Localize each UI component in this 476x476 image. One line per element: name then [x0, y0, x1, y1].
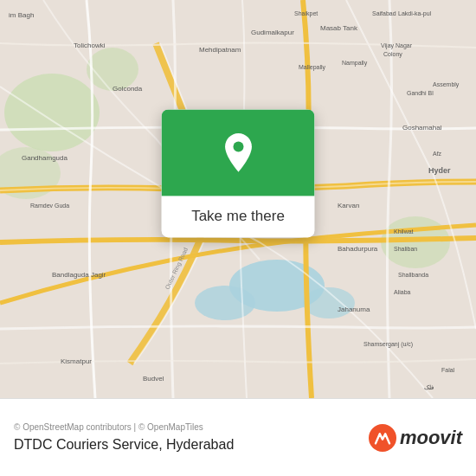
location-pin-icon [217, 132, 259, 173]
map-container: Gandhamguda Ramdev Guda Golconda Tolicho… [0, 0, 476, 398]
svg-text:Colony: Colony [383, 51, 402, 58]
svg-text:Goshamahal: Goshamahal [402, 124, 442, 132]
svg-text:Nampally: Nampally [342, 60, 368, 67]
svg-text:Falal: Falal [441, 367, 455, 373]
info-left: © OpenStreetMap contributors | © OpenMap… [14, 422, 234, 453]
svg-text:Hyder: Hyder [428, 166, 451, 175]
svg-text:Ramdev Guda: Ramdev Guda [30, 203, 69, 209]
svg-text:Gudimalkapur: Gudimalkapur [251, 29, 294, 36]
svg-text:Karvan: Karvan [338, 202, 359, 209]
moovit-icon [369, 424, 396, 452]
svg-text:Golconda: Golconda [113, 85, 143, 93]
svg-text:im Bagh: im Bagh [9, 11, 34, 19]
svg-text:Jahanuma: Jahanuma [338, 306, 370, 313]
svg-text:Shallbanda: Shallbanda [398, 272, 428, 278]
svg-text:Khilwat: Khilwat [394, 228, 414, 235]
svg-text:Gandhamguda: Gandhamguda [22, 154, 68, 162]
info-bar: © OpenStreetMap contributors | © OpenMap… [0, 398, 476, 476]
svg-point-42 [233, 142, 243, 152]
svg-text:Mehdipatnam: Mehdipatnam [199, 46, 241, 54]
svg-text:Mallepally: Mallepally [299, 64, 326, 71]
place-name: DTDC Couriers Service, Hyderabad [14, 437, 234, 453]
svg-text:Gandhi Bl: Gandhi Bl [407, 90, 434, 96]
moovit-logo: moovit [369, 424, 462, 452]
svg-point-6 [195, 286, 255, 320]
svg-text:Shamserganj (u/c): Shamserganj (u/c) [363, 341, 413, 348]
popup-card: Take me there [162, 109, 315, 237]
svg-text:Aliaba: Aliaba [394, 289, 411, 295]
svg-text:Afz: Afz [433, 151, 442, 157]
svg-text:Shaliban: Shaliban [394, 246, 417, 252]
take-me-there-button[interactable]: Take me there [162, 196, 315, 237]
attribution-text: © OpenStreetMap contributors | © OpenMap… [14, 422, 234, 432]
svg-text:Bahadurpura: Bahadurpura [338, 245, 378, 253]
svg-text:Masab Tank: Masab Tank [320, 24, 358, 32]
moovit-text: moovit [400, 427, 462, 449]
popup-green-header [162, 109, 315, 196]
svg-text:Budvel: Budvel [143, 375, 164, 383]
svg-text:Tolichowki: Tolichowki [74, 42, 106, 49]
svg-text:Assembly: Assembly [433, 81, 460, 88]
svg-text:Vijay Nagar: Vijay Nagar [381, 42, 413, 49]
svg-text:Kismatpur: Kismatpur [61, 357, 92, 365]
svg-text:فلک: فلک [424, 384, 434, 390]
svg-point-1 [4, 74, 100, 151]
svg-text:Lakdi-ka-pul: Lakdi-ka-pul [398, 10, 432, 17]
svg-text:Shaikpet: Shaikpet [294, 10, 318, 17]
svg-text:Bandlaguda Jagir: Bandlaguda Jagir [52, 271, 106, 279]
svg-text:Saifabad: Saifabad [372, 10, 396, 16]
